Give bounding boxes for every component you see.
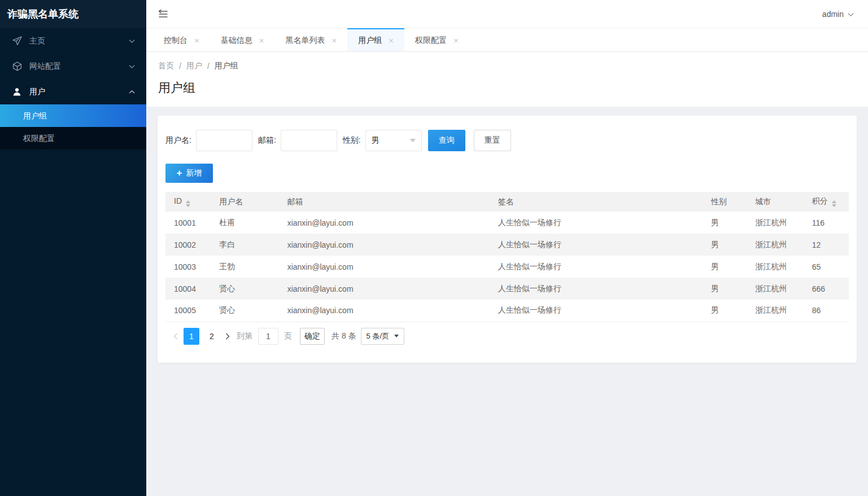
sort-desc-icon[interactable] — [186, 204, 190, 207]
cell-username: 贤心 — [211, 278, 278, 300]
cell-score: 666 — [804, 278, 849, 300]
page-button-1[interactable]: 1 — [184, 328, 199, 345]
column-label: 性别 — [711, 197, 727, 206]
tab-item[interactable]: 权限配置× — [404, 28, 469, 51]
jump-suffix-label: 页 — [284, 331, 292, 341]
cell-id: 10004 — [165, 278, 211, 300]
chevron-down-icon — [394, 335, 399, 337]
jump-page-input[interactable] — [258, 328, 278, 345]
column-header-city: 城市 — [747, 192, 803, 212]
breadcrumb-title-section: 首页/用户/用户组 用户组 — [146, 52, 868, 107]
breadcrumb-separator: / — [179, 62, 181, 71]
total-count-label: 共 8 条 — [332, 331, 356, 341]
cell-city: 浙江杭州 — [747, 256, 803, 278]
jump-prefix-label: 到第 — [237, 331, 252, 341]
table-body: 10001杜甫xianxin@layui.com人生恰似一场修行男浙江杭州116… — [165, 212, 849, 322]
table-row: 10002李白xianxin@layui.com人生恰似一场修行男浙江杭州12 — [165, 234, 849, 256]
sidebar: 诈骗黑名单系统 主页 网站配置 用户 — [0, 0, 146, 496]
cell-username: 王勃 — [211, 256, 278, 278]
close-icon[interactable]: × — [259, 36, 264, 45]
search-button[interactable]: 查询 — [428, 130, 465, 151]
column-label: 签名 — [498, 197, 514, 206]
column-header-id[interactable]: ID — [165, 192, 211, 212]
filter-form: 用户名: 邮箱: 性别: 男 查询 重置 — [165, 130, 849, 151]
cell-id: 10005 — [165, 300, 211, 322]
cell-username: 杜甫 — [211, 212, 278, 234]
chevron-up-icon — [129, 90, 135, 94]
close-icon[interactable]: × — [194, 36, 199, 45]
sidebar-nav: 主页 网站配置 用户 用户组 权限配置 — [0, 28, 146, 150]
cell-email: xianxin@layui.com — [279, 278, 490, 300]
cell-id: 10002 — [165, 234, 211, 256]
tab-active[interactable]: 用户组× — [347, 28, 404, 51]
column-label: ID — [174, 196, 182, 205]
user-group-card: 用户名: 邮箱: 性别: 男 查询 重置 + 新增 ID用户名邮箱签名性别城市积… — [158, 116, 857, 363]
cell-score: 12 — [804, 234, 849, 256]
close-icon[interactable]: × — [332, 36, 337, 45]
sidebar-item-user-group[interactable]: 用户组 — [0, 104, 146, 127]
email-input[interactable] — [281, 130, 337, 151]
gender-selected-value: 男 — [372, 135, 380, 146]
breadcrumb: 首页/用户/用户组 — [158, 61, 856, 71]
top-header: admin — [146, 0, 868, 28]
breadcrumb-item: 用户组 — [215, 61, 238, 71]
breadcrumb-item[interactable]: 首页 — [158, 61, 174, 71]
app-title: 诈骗黑名单系统 — [0, 0, 146, 28]
column-label: 用户名 — [219, 197, 243, 206]
prev-page-icon[interactable] — [170, 333, 181, 340]
page-numbers: 12 — [181, 328, 222, 345]
cell-email: xianxin@layui.com — [279, 234, 490, 256]
cell-email: xianxin@layui.com — [279, 212, 490, 234]
page-size-select[interactable]: 5 条/页 — [361, 328, 404, 345]
reset-button[interactable]: 重置 — [474, 130, 511, 151]
column-header-score[interactable]: 积分 — [804, 192, 849, 212]
username-input[interactable] — [196, 130, 252, 151]
next-page-icon[interactable] — [222, 333, 233, 340]
tab-label: 权限配置 — [415, 36, 447, 46]
page-button-2[interactable]: 2 — [204, 328, 220, 345]
close-icon[interactable]: × — [453, 36, 459, 45]
cell-city: 浙江杭州 — [747, 278, 803, 300]
sort-desc-icon[interactable] — [832, 204, 836, 207]
tab-item[interactable]: 基础信息× — [210, 28, 275, 51]
tab-item[interactable]: 控制台× — [153, 28, 210, 51]
column-header-email: 邮箱 — [279, 192, 490, 212]
sidebar-item-home[interactable]: 主页 — [0, 28, 146, 54]
table-row: 10001杜甫xianxin@layui.com人生恰似一场修行男浙江杭州116 — [165, 212, 849, 234]
sort-asc-icon[interactable] — [832, 200, 836, 203]
sort-asc-icon[interactable] — [186, 200, 190, 203]
tab-bar: 控制台×基础信息×黑名单列表×用户组×权限配置× — [146, 28, 868, 52]
table-row: 10003王勃xianxin@layui.com人生恰似一场修行男浙江杭州65 — [165, 256, 849, 278]
tab-label: 黑名单列表 — [286, 36, 325, 46]
sidebar-item-permission-config[interactable]: 权限配置 — [0, 127, 146, 150]
sort-icon[interactable] — [186, 200, 190, 207]
close-icon[interactable]: × — [389, 36, 394, 45]
email-label: 邮箱: — [258, 135, 276, 146]
column-label: 城市 — [755, 197, 771, 206]
breadcrumb-item[interactable]: 用户 — [186, 61, 202, 71]
jump-confirm-button[interactable]: 确定 — [300, 328, 325, 345]
user-name: admin — [822, 10, 844, 19]
column-header-sign: 签名 — [490, 192, 703, 212]
add-button[interactable]: + 新增 — [165, 164, 213, 183]
cell-email: xianxin@layui.com — [279, 300, 490, 322]
sidebar-item-users[interactable]: 用户 — [0, 79, 146, 104]
tab-item[interactable]: 黑名单列表× — [275, 28, 348, 51]
pagination: 12 到第 页 确定 共 8 条 5 条/页 — [165, 328, 849, 345]
cell-sign: 人生恰似一场修行 — [490, 212, 703, 234]
page-title: 用户组 — [158, 81, 856, 95]
user-dropdown[interactable]: admin — [822, 10, 854, 19]
plus-icon: + — [177, 168, 182, 178]
table-header-row: ID用户名邮箱签名性别城市积分 — [165, 192, 849, 212]
breadcrumb-separator: / — [207, 62, 210, 71]
sidebar-item-site-config[interactable]: 网站配置 — [0, 54, 146, 79]
tab-label: 用户组 — [358, 36, 382, 46]
menu-fold-icon[interactable] — [158, 9, 169, 19]
cell-id: 10003 — [165, 256, 211, 278]
cube-icon — [12, 62, 22, 71]
sort-icon[interactable] — [832, 200, 836, 207]
sidebar-item-label: 用户 — [29, 87, 129, 97]
gender-select[interactable]: 男 — [365, 130, 422, 151]
tab-label: 控制台 — [164, 36, 187, 46]
cell-sign: 人生恰似一场修行 — [490, 300, 703, 322]
